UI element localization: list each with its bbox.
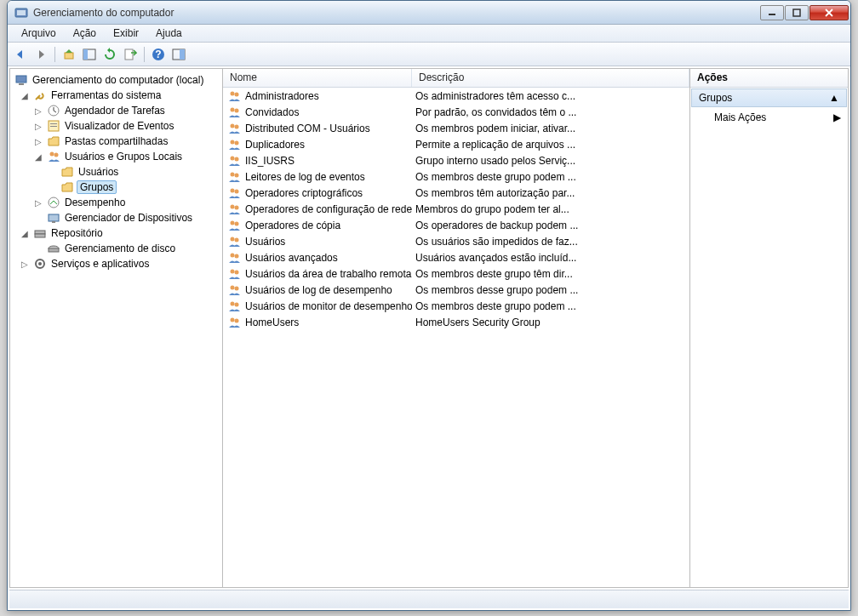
svg-rect-11 <box>180 49 185 60</box>
svg-point-40 <box>235 173 239 177</box>
svg-point-54 <box>235 286 239 290</box>
list-body[interactable]: AdministradoresOs administradores têm ac… <box>223 88 689 587</box>
tree-performance[interactable]: ▷ Desempenho <box>10 195 222 210</box>
group-icon <box>228 267 242 281</box>
expand-icon[interactable]: ▷ <box>32 106 44 116</box>
svg-rect-17 <box>50 126 57 127</box>
tree-groups[interactable]: Grupos <box>10 180 222 195</box>
tree-panel[interactable]: Gerenciamento do computador (local) ◢ Fe… <box>10 69 223 587</box>
tree-users-groups[interactable]: ◢ Usuários e Grupos Locais <box>10 149 222 164</box>
device-icon <box>47 211 60 225</box>
toolbar-separator <box>54 47 55 62</box>
menu-exibir[interactable]: Exibir <box>105 26 147 41</box>
tree-shared-folders[interactable]: ▷ Pastas compartilhadas <box>10 134 222 149</box>
statusbar <box>9 590 849 608</box>
menu-ajuda[interactable]: Ajuda <box>147 26 191 41</box>
group-description: Os usuários são impedidos de faz... <box>412 236 689 248</box>
group-icon <box>228 170 242 184</box>
group-icon <box>228 219 242 232</box>
close-button[interactable] <box>809 5 849 20</box>
svg-point-29 <box>231 91 235 95</box>
tree-device-manager[interactable]: Gerenciador de Dispositivos <box>10 210 222 225</box>
expand-icon[interactable]: ▷ <box>32 137 44 146</box>
forward-button[interactable] <box>31 45 50 64</box>
back-button[interactable] <box>11 45 30 64</box>
group-description: Membros do grupo podem ter al... <box>412 203 689 215</box>
group-description: Os operadores de backup podem ... <box>412 220 689 231</box>
titlebar[interactable]: Gerenciamento do computador <box>8 1 850 25</box>
tree-task-scheduler[interactable]: ▷ Agendador de Tarefas <box>10 103 222 118</box>
list-row[interactable]: Operadores de configuração de redeMembro… <box>223 201 689 217</box>
svg-rect-2 <box>769 14 775 15</box>
folder-icon <box>60 180 74 194</box>
actions-section-groups[interactable]: Grupos ▲ <box>691 88 847 107</box>
export-button[interactable] <box>121 45 140 64</box>
list-row[interactable]: Operadores de cópiaOs operadores de back… <box>223 217 689 233</box>
expand-icon[interactable]: ▷ <box>32 198 44 208</box>
tree-root[interactable]: Gerenciamento do computador (local) <box>10 72 222 88</box>
svg-point-30 <box>235 92 239 96</box>
expand-icon[interactable]: ▷ <box>32 122 44 131</box>
svg-point-18 <box>50 152 54 157</box>
list-row[interactable]: Usuários da área de trabalho remotaOs me… <box>223 265 689 282</box>
actions-more[interactable]: Mais Ações ▶ <box>690 108 848 127</box>
group-name: Administradores <box>245 90 412 102</box>
svg-point-34 <box>235 124 239 128</box>
column-name[interactable]: Nome <box>223 69 412 87</box>
svg-point-47 <box>231 237 235 241</box>
properties-button[interactable] <box>169 45 188 64</box>
collapse-icon[interactable]: ◢ <box>19 229 31 238</box>
help-button[interactable]: ? <box>149 45 168 64</box>
list-row[interactable]: ConvidadosPor padrão, os convidados têm … <box>223 104 689 120</box>
tree-users[interactable]: Usuários <box>10 164 222 180</box>
tree-disk-management[interactable]: Gerenciamento de disco <box>10 241 222 256</box>
tree-storage[interactable]: ◢ Repositório <box>10 225 222 241</box>
window-title: Gerenciamento do computador <box>33 7 760 19</box>
svg-point-44 <box>235 205 239 209</box>
show-hide-tree-button[interactable] <box>80 45 99 64</box>
list-row[interactable]: IIS_IUSRSGrupo interno usado pelos Servi… <box>223 152 689 168</box>
svg-point-55 <box>231 301 235 305</box>
group-description: Os membros têm autorização par... <box>412 187 689 199</box>
group-name: IIS_IUSRS <box>245 155 412 167</box>
list-row[interactable]: Usuários de monitor de desempenhoOs memb… <box>223 298 689 314</box>
maximize-button[interactable] <box>785 5 809 20</box>
refresh-button[interactable] <box>100 45 119 64</box>
app-icon <box>14 6 28 20</box>
minimize-button[interactable] <box>760 5 784 20</box>
group-description: Permite a replicação de arquivos ... <box>412 139 689 151</box>
column-description[interactable]: Descrição <box>412 69 689 87</box>
group-icon <box>228 138 242 151</box>
folder-icon <box>60 165 74 179</box>
group-icon <box>228 154 242 168</box>
list-row[interactable]: Usuários avançadosUsuários avançados est… <box>223 249 689 265</box>
list-row[interactable]: Leitores de log de eventosOs membros des… <box>223 168 689 185</box>
group-name: Convidados <box>245 106 412 118</box>
svg-rect-6 <box>83 49 88 60</box>
list-row[interactable]: DuplicadoresPermite a replicação de arqu… <box>223 136 689 152</box>
svg-point-50 <box>235 254 239 258</box>
list-row[interactable]: UsuáriosOs usuários são impedidos de faz… <box>223 233 689 249</box>
menubar: Arquivo Ação Exibir Ajuda <box>8 25 850 43</box>
menu-acao[interactable]: Ação <box>65 26 105 41</box>
list-row[interactable]: AdministradoresOs administradores têm ac… <box>223 88 689 104</box>
svg-text:?: ? <box>155 48 161 60</box>
list-row[interactable]: Operadores criptográficosOs membros têm … <box>223 185 689 201</box>
services-icon <box>33 257 47 271</box>
svg-point-58 <box>235 318 239 322</box>
list-row[interactable]: Usuários de log de desempenhoOs membros … <box>223 282 689 298</box>
expand-icon[interactable]: ▷ <box>19 260 31 269</box>
group-description: Os membros deste grupo podem ... <box>412 300 689 312</box>
tree-services[interactable]: ▷ Serviços e aplicativos <box>10 256 222 271</box>
menu-arquivo[interactable]: Arquivo <box>13 26 65 41</box>
up-button[interactable] <box>60 45 78 64</box>
collapse-icon[interactable]: ◢ <box>32 152 44 162</box>
content-area: Gerenciamento do computador (local) ◢ Fe… <box>9 68 849 588</box>
tree-event-viewer[interactable]: ▷ Visualizador de Eventos <box>10 118 222 134</box>
group-description: Os membros podem iniciar, ativar... <box>412 123 689 134</box>
list-row[interactable]: Distributed COM - UsuáriosOs membros pod… <box>223 120 689 136</box>
collapse-icon[interactable]: ◢ <box>19 91 31 100</box>
list-row[interactable]: HomeUsersHomeUsers Security Group <box>223 314 689 330</box>
tree-system-tools[interactable]: ◢ Ferramentas do sistema <box>10 88 222 103</box>
list-panel: Nome Descrição AdministradoresOs adminis… <box>223 69 690 587</box>
